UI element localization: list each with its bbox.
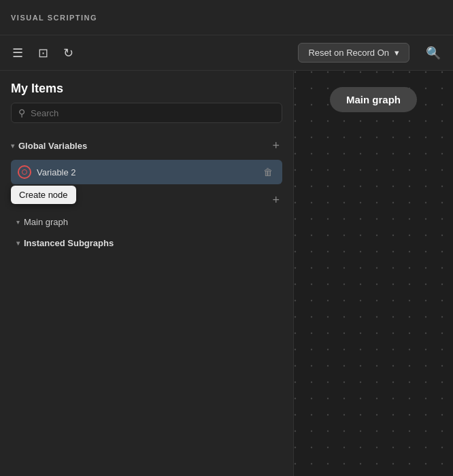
refresh-button[interactable]: ↻ bbox=[59, 43, 78, 63]
search-icon: ⚲ bbox=[18, 107, 25, 118]
delete-variable-button[interactable]: 🗑 bbox=[261, 165, 275, 179]
svg-rect-1 bbox=[294, 71, 453, 476]
reset-dropdown[interactable]: Reset on Record On ▾ bbox=[298, 43, 409, 63]
add-subgraph-button[interactable]: + bbox=[269, 194, 282, 206]
app-header: VISUAL SCRIPTING bbox=[0, 0, 453, 35]
global-variables-section: ▾ Global Variables + Variable 2 🗑 Create… bbox=[0, 134, 293, 187]
sidebar-header: My Items ⚲ bbox=[0, 71, 293, 129]
chevron-down-icon: ▾ bbox=[395, 48, 399, 58]
create-node-tooltip: Create node bbox=[11, 186, 76, 204]
toolbar: ☰ ⊡ ↻ Reset on Record On ▾ 🔍 bbox=[0, 35, 453, 71]
sidebar: My Items ⚲ ▾ Global Variables + Variable bbox=[0, 71, 294, 476]
hamburger-button[interactable]: ☰ bbox=[8, 43, 27, 63]
dropdown-label: Reset on Record On bbox=[308, 48, 389, 58]
search-input[interactable] bbox=[31, 108, 275, 118]
main-layout: My Items ⚲ ▾ Global Variables + Variable bbox=[0, 71, 453, 476]
app-title: VISUAL SCRIPTING bbox=[11, 14, 97, 22]
variable-icon-inner bbox=[22, 169, 27, 175]
right-panel: Main graph bbox=[294, 71, 453, 476]
variable-name: Variable 2 bbox=[37, 167, 261, 177]
search-bar: ⚲ bbox=[11, 103, 282, 123]
main-graph-label: Main graph bbox=[24, 217, 68, 227]
main-graph-item[interactable]: ▾ Main graph bbox=[5, 211, 288, 233]
main-graph-pill[interactable]: Main graph bbox=[330, 87, 417, 112]
instanced-subgraphs-label: Instanced Subgraphs bbox=[24, 238, 114, 248]
variable-item[interactable]: Variable 2 🗑 Create node bbox=[11, 160, 282, 184]
dot-grid bbox=[294, 71, 453, 476]
instanced-subgraphs-header[interactable]: ▾ Instanced Subgraphs bbox=[5, 233, 288, 254]
search-button[interactable]: 🔍 bbox=[422, 43, 445, 63]
chevron-down-icon-instanced: ▾ bbox=[16, 239, 20, 247]
search-icon: 🔍 bbox=[426, 46, 441, 60]
global-variables-left: ▾ Global Variables bbox=[11, 141, 87, 151]
window-button[interactable]: ⊡ bbox=[34, 43, 52, 63]
variable-icon bbox=[18, 165, 31, 179]
add-variable-button[interactable]: + bbox=[269, 139, 282, 152]
global-variables-label: Global Variables bbox=[18, 141, 87, 151]
chevron-down-icon-main: ▾ bbox=[16, 218, 20, 226]
global-variables-header[interactable]: ▾ Global Variables + bbox=[5, 134, 288, 157]
chevron-down-icon: ▾ bbox=[11, 142, 14, 150]
sidebar-title: My Items bbox=[11, 82, 282, 96]
instanced-left: ▾ Instanced Subgraphs bbox=[16, 238, 114, 248]
